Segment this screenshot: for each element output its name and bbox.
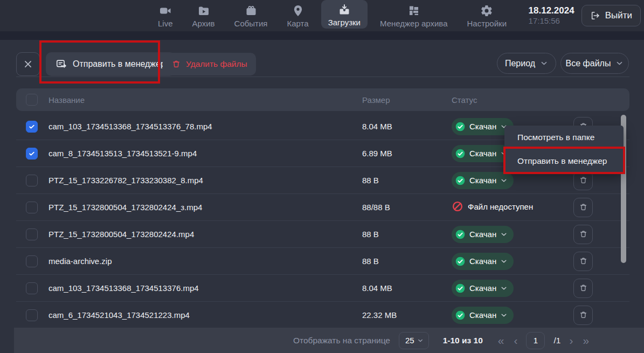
file-name: PTZ_15_1733226782_1733230382_8.mp4 bbox=[49, 176, 362, 185]
toolbar-divider bbox=[16, 77, 629, 77]
status-badge-downloaded[interactable]: Скачан bbox=[452, 280, 514, 297]
nav-item-archive[interactable]: Архив bbox=[185, 0, 222, 31]
column-header-name: Название bbox=[49, 95, 362, 105]
delete-row-button[interactable] bbox=[573, 279, 593, 298]
archive-folder-icon bbox=[197, 4, 210, 17]
row-checkbox[interactable] bbox=[26, 202, 38, 213]
page-total: /1 bbox=[553, 336, 560, 345]
check-icon bbox=[28, 150, 36, 157]
menu-item-send-to-manager[interactable]: Отправить в менеджер bbox=[504, 149, 624, 173]
prev-page-button[interactable]: ‹ bbox=[513, 335, 518, 346]
period-dropdown[interactable]: Период bbox=[497, 53, 556, 74]
check-icon bbox=[28, 123, 36, 130]
nav-label-archive-manager: Менеджер архива bbox=[380, 19, 447, 28]
nav-item-live[interactable]: Live bbox=[151, 0, 180, 31]
trash-icon bbox=[579, 310, 588, 320]
trash-icon bbox=[579, 203, 588, 212]
nav-label-downloads: Загрузки bbox=[328, 18, 361, 27]
app-window: Live Архив События Карта Загрузки Менедж… bbox=[0, 0, 644, 353]
nav-label-events: События bbox=[234, 19, 268, 28]
status-badge-downloaded[interactable]: Скачан bbox=[452, 172, 514, 189]
status-badge-downloaded[interactable]: Скачан bbox=[452, 226, 514, 243]
table-header: Название Размер Статус bbox=[16, 88, 629, 111]
delete-row-button[interactable] bbox=[573, 225, 593, 244]
file-size: 22.32 MB bbox=[362, 310, 452, 320]
table-row[interactable]: PTZ_15_1732800504_1732802424.mp4 88 B Ск… bbox=[16, 221, 629, 248]
chevron-down-icon bbox=[500, 285, 508, 292]
files-filter-label: Все файлы bbox=[566, 59, 611, 68]
file-name: cam_103_1734513368_1734513376_78.mp4 bbox=[49, 122, 362, 131]
file-status-cell: Файл недоступен bbox=[452, 200, 573, 214]
status-label: Скачан bbox=[469, 230, 496, 239]
row-checkbox[interactable] bbox=[26, 175, 38, 186]
file-size: 8.04 MB bbox=[362, 122, 452, 131]
row-checkbox[interactable] bbox=[26, 229, 38, 240]
trash-icon bbox=[579, 230, 588, 239]
nav-label-map: Карта bbox=[287, 19, 308, 28]
row-checkbox-checked[interactable] bbox=[26, 121, 38, 133]
delete-row-button[interactable] bbox=[573, 306, 593, 325]
send-document-icon bbox=[56, 58, 67, 70]
file-status-cell: Скачан bbox=[452, 307, 573, 324]
top-right-area: 18.12.2024 17:15:56 Выйти bbox=[529, 0, 641, 31]
table-row[interactable]: PTZ_15_1732800504_1732802424_з.mp4 88/88… bbox=[16, 194, 629, 221]
file-size: 88 B bbox=[362, 257, 452, 266]
file-size: 88 B bbox=[362, 230, 452, 239]
chevron-down-icon bbox=[417, 337, 424, 344]
events-icon bbox=[245, 4, 258, 17]
row-checkbox-checked[interactable] bbox=[26, 148, 38, 160]
top-bar: Live Архив События Карта Загрузки Менедж… bbox=[0, 0, 644, 31]
table-row[interactable]: media-archive.zip 88 B Скачан bbox=[16, 248, 629, 275]
file-status-cell: Скачан bbox=[452, 172, 573, 189]
map-pin-icon bbox=[292, 4, 304, 17]
nav-item-archive-manager[interactable]: Менеджер архива bbox=[373, 0, 454, 31]
row-checkbox[interactable] bbox=[26, 282, 38, 294]
chevron-down-icon bbox=[500, 231, 508, 238]
menu-item-show-in-folder[interactable]: Посмотреть в папке bbox=[504, 126, 624, 149]
next-page-button[interactable]: › bbox=[568, 335, 574, 346]
file-status-cell: Скачан bbox=[452, 253, 573, 270]
check-circle-icon bbox=[455, 148, 466, 159]
table-row[interactable]: cam_103_1734513368_1734513376.mp4 8.04 M… bbox=[16, 275, 629, 302]
file-name: PTZ_15_1732800504_1732802424.mp4 bbox=[49, 230, 362, 239]
row-checkbox[interactable] bbox=[26, 255, 38, 267]
archive-manager-icon bbox=[407, 4, 420, 17]
nav-item-map[interactable]: Карта bbox=[280, 0, 315, 31]
trash-icon bbox=[579, 283, 588, 293]
page-input[interactable]: 1 bbox=[526, 332, 545, 349]
select-all-checkbox[interactable] bbox=[26, 94, 38, 106]
table-row[interactable]: cam_6_1734521043_1734521223.mp4 22.32 MB… bbox=[16, 302, 629, 329]
per-page-value: 25 bbox=[405, 336, 414, 345]
logout-icon bbox=[590, 10, 601, 21]
delete-files-button[interactable]: Удалить файлы bbox=[163, 53, 256, 75]
status-badge-downloaded[interactable]: Скачан bbox=[452, 253, 514, 270]
last-page-button[interactable]: » bbox=[581, 335, 590, 346]
check-circle-icon bbox=[455, 310, 466, 321]
nav-item-downloads[interactable]: Загрузки bbox=[321, 0, 368, 29]
file-size: 8.04 MB bbox=[362, 283, 452, 293]
file-status-cell: Скачан bbox=[452, 280, 573, 297]
current-date: 18.12.2024 bbox=[529, 5, 574, 16]
logout-button[interactable]: Выйти bbox=[581, 5, 641, 26]
first-page-button[interactable]: « bbox=[497, 335, 505, 346]
current-time: 17:15:56 bbox=[529, 16, 574, 26]
column-header-size: Размер bbox=[362, 95, 452, 105]
per-page-select[interactable]: 25 bbox=[399, 332, 429, 349]
delete-row-button[interactable] bbox=[573, 171, 593, 190]
status-label: Скачан bbox=[469, 176, 496, 185]
files-filter-dropdown[interactable]: Все файлы bbox=[560, 53, 629, 74]
status-label: Скачан bbox=[469, 149, 496, 158]
nav-item-settings[interactable]: Настройки bbox=[460, 0, 514, 31]
delete-row-button[interactable] bbox=[573, 252, 593, 271]
close-selection-button[interactable] bbox=[16, 52, 40, 76]
logout-label: Выйти bbox=[605, 10, 632, 21]
file-name: media-archive.zip bbox=[49, 257, 362, 266]
delete-row-button[interactable] bbox=[573, 198, 593, 217]
send-to-manager-button[interactable]: Отправить в менеджер bbox=[46, 52, 175, 76]
file-size: 88 B bbox=[362, 176, 452, 185]
file-size: 6.89 MB bbox=[362, 149, 452, 158]
per-page-label: Отображать на странице bbox=[293, 336, 390, 345]
status-badge-downloaded[interactable]: Скачан bbox=[452, 307, 514, 324]
nav-item-events[interactable]: События bbox=[227, 0, 275, 31]
row-checkbox[interactable] bbox=[26, 309, 38, 321]
